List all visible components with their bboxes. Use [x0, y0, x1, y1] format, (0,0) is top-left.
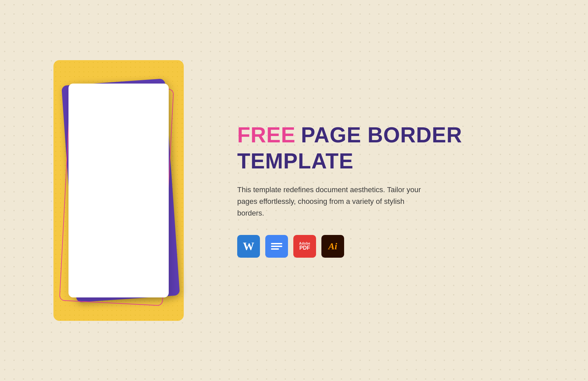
- title-template: TEMPLATE: [237, 149, 561, 173]
- gdocs-icon-lines: [271, 243, 282, 250]
- gdocs-line-2: [271, 246, 282, 247]
- title-page-border: PAGE BORDER: [301, 123, 462, 147]
- word-icon-label: W: [243, 241, 254, 252]
- white-page-card: [68, 84, 169, 297]
- word-icon-button[interactable]: W: [237, 235, 260, 258]
- ai-icon-label: Ai: [328, 241, 337, 252]
- pdf-icon-label: Adobe PDF: [299, 242, 310, 251]
- illustrator-icon-button[interactable]: Ai: [321, 235, 344, 258]
- pdf-icon-button[interactable]: Adobe PDF: [293, 235, 316, 258]
- pdf-main-label: PDF: [299, 245, 310, 251]
- description-text: This template redefines document aesthet…: [237, 184, 424, 219]
- google-docs-icon-button[interactable]: [265, 235, 288, 258]
- document-preview: [27, 40, 210, 341]
- title-line-1: FREE PAGE BORDER: [237, 123, 561, 147]
- text-content-section: FREE PAGE BORDER TEMPLATE This template …: [210, 123, 561, 258]
- main-content: FREE PAGE BORDER TEMPLATE This template …: [0, 0, 588, 381]
- title-block: FREE PAGE BORDER TEMPLATE: [237, 123, 561, 184]
- app-icons-row: W Adobe PDF Ai: [237, 235, 561, 258]
- title-free: FREE: [237, 123, 296, 147]
- gdocs-line-1: [271, 243, 282, 244]
- gdocs-line-3: [271, 248, 279, 250]
